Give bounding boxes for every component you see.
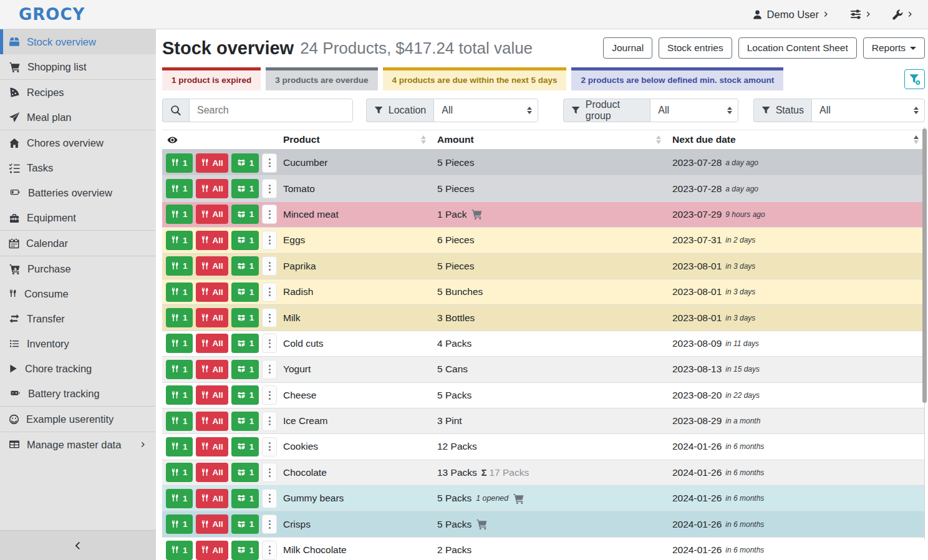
consume-all-button[interactable]: All: [196, 514, 228, 534]
row-menu-button[interactable]: [262, 308, 277, 327]
sidebar-item-inventory[interactable]: Inventory: [0, 331, 156, 356]
row-menu-button[interactable]: [262, 489, 277, 508]
journal-button[interactable]: Journal: [603, 37, 652, 59]
app-logo[interactable]: GROCY: [19, 5, 85, 24]
consume-one-button[interactable]: 1: [166, 231, 193, 250]
consume-all-button[interactable]: All: [196, 412, 228, 431]
next-due-date-column-header[interactable]: Next due date: [667, 130, 925, 149]
user-menu[interactable]: Demo User: [752, 9, 830, 21]
sidebar-item-chore-tracking[interactable]: Chore tracking: [0, 356, 156, 381]
location-content-sheet-button[interactable]: Location Content Sheet: [738, 37, 857, 59]
due-soon-status-chip[interactable]: 4 products are due within the next 5 day…: [383, 67, 567, 90]
consume-all-button[interactable]: All: [196, 463, 228, 482]
product-group-select[interactable]: All: [650, 99, 738, 122]
sidebar-item-transfer[interactable]: Transfer: [0, 306, 156, 331]
open-one-button[interactable]: 1: [231, 308, 259, 327]
sidebar-item-stock-overview[interactable]: Stock overview: [0, 29, 156, 54]
amount-column-header[interactable]: Amount: [432, 130, 667, 149]
consume-all-button[interactable]: All: [196, 231, 228, 250]
expired-status-chip[interactable]: 1 product is expired: [162, 67, 261, 90]
row-menu-button[interactable]: [262, 360, 277, 379]
row-menu-button[interactable]: [262, 153, 277, 173]
consume-all-button[interactable]: All: [196, 179, 228, 198]
row-menu-button[interactable]: [262, 179, 277, 198]
consume-all-button[interactable]: All: [196, 282, 228, 302]
open-one-button[interactable]: 1: [231, 231, 259, 250]
consume-one-button[interactable]: 1: [166, 179, 193, 198]
consume-all-button[interactable]: All: [196, 360, 228, 379]
product-column-header[interactable]: Product: [278, 130, 432, 149]
row-menu-button[interactable]: [262, 282, 277, 302]
consume-one-button[interactable]: 1: [166, 385, 193, 405]
open-one-button[interactable]: 1: [231, 282, 259, 302]
clear-filter-button[interactable]: [904, 69, 925, 89]
sidebar-collapse-button[interactable]: [0, 530, 156, 560]
consume-all-button[interactable]: All: [196, 256, 228, 276]
sidebar-item-consume[interactable]: Consume: [0, 281, 156, 306]
consume-one-button[interactable]: 1: [166, 412, 193, 431]
consume-one-button[interactable]: 1: [166, 437, 193, 456]
row-menu-button[interactable]: [262, 412, 277, 431]
sidebar-item-shopping-list[interactable]: Shopping list: [0, 54, 156, 79]
sidebar-item-manage-master-data[interactable]: Manage master data: [0, 432, 156, 457]
consume-all-button[interactable]: All: [196, 205, 228, 224]
row-menu-button[interactable]: [262, 256, 277, 276]
consume-all-button[interactable]: All: [196, 385, 228, 405]
open-one-button[interactable]: 1: [231, 489, 259, 508]
consume-one-button[interactable]: 1: [166, 334, 193, 353]
consume-one-button[interactable]: 1: [166, 205, 193, 224]
consume-one-button[interactable]: 1: [166, 463, 193, 482]
row-menu-button[interactable]: [262, 437, 277, 456]
consume-one-button[interactable]: 1: [166, 489, 193, 508]
consume-one-button[interactable]: 1: [166, 541, 193, 560]
sidebar-item-recipes[interactable]: Recipes: [0, 80, 156, 105]
consume-one-button[interactable]: 1: [166, 282, 193, 302]
row-menu-button[interactable]: [262, 514, 277, 534]
consume-all-button[interactable]: All: [196, 437, 228, 456]
sidebar-item-batteries-overview[interactable]: Batteries overview: [0, 180, 156, 205]
status-select[interactable]: All: [811, 99, 925, 122]
sidebar-item-chores-overview[interactable]: Chores overview: [0, 130, 156, 155]
admin-menu[interactable]: [892, 9, 914, 20]
consume-all-button[interactable]: All: [196, 541, 228, 560]
sidebar-item-meal-plan[interactable]: Meal plan: [0, 105, 156, 130]
open-one-button[interactable]: 1: [231, 179, 259, 198]
open-one-button[interactable]: 1: [231, 514, 259, 534]
open-one-button[interactable]: 1: [231, 385, 259, 405]
row-menu-button[interactable]: [262, 385, 277, 405]
consume-one-button[interactable]: 1: [166, 308, 193, 327]
sidebar-item-equipment[interactable]: Equipment: [0, 205, 156, 230]
scrollbar-thumb[interactable]: [922, 128, 927, 403]
below-min-stock-chip[interactable]: 2 products are below defined min. stock …: [571, 67, 783, 90]
consume-one-button[interactable]: 1: [166, 514, 193, 534]
open-one-button[interactable]: 1: [231, 463, 259, 482]
open-one-button[interactable]: 1: [231, 153, 259, 173]
reports-button[interactable]: Reports: [863, 37, 925, 59]
sidebar-item-example-userentity[interactable]: Example userentity: [0, 407, 156, 432]
open-one-button[interactable]: 1: [231, 412, 259, 431]
open-one-button[interactable]: 1: [231, 256, 259, 276]
location-select[interactable]: All: [433, 99, 538, 122]
sidebar-item-purchase[interactable]: Purchase: [0, 256, 156, 281]
row-menu-button[interactable]: [262, 334, 277, 353]
consume-one-button[interactable]: 1: [166, 256, 193, 276]
open-one-button[interactable]: 1: [231, 360, 259, 379]
sidebar-item-tasks[interactable]: Tasks: [0, 155, 156, 180]
consume-one-button[interactable]: 1: [166, 360, 193, 379]
open-one-button[interactable]: 1: [231, 437, 259, 456]
open-one-button[interactable]: 1: [231, 205, 259, 224]
row-menu-button[interactable]: [262, 541, 277, 560]
sidebar-item-battery-tracking[interactable]: Battery tracking: [0, 381, 156, 406]
row-menu-button[interactable]: [262, 231, 277, 250]
settings-menu[interactable]: [850, 9, 872, 20]
stock-entries-button[interactable]: Stock entries: [659, 37, 732, 59]
row-menu-button[interactable]: [262, 205, 277, 224]
open-one-button[interactable]: 1: [231, 334, 259, 353]
consume-all-button[interactable]: All: [196, 489, 228, 508]
consume-all-button[interactable]: All: [196, 334, 228, 353]
consume-one-button[interactable]: 1: [166, 153, 193, 173]
open-one-button[interactable]: 1: [231, 541, 259, 560]
search-input[interactable]: [189, 99, 353, 122]
sidebar-item-calendar[interactable]: Calendar: [0, 231, 156, 256]
consume-all-button[interactable]: All: [196, 153, 228, 173]
